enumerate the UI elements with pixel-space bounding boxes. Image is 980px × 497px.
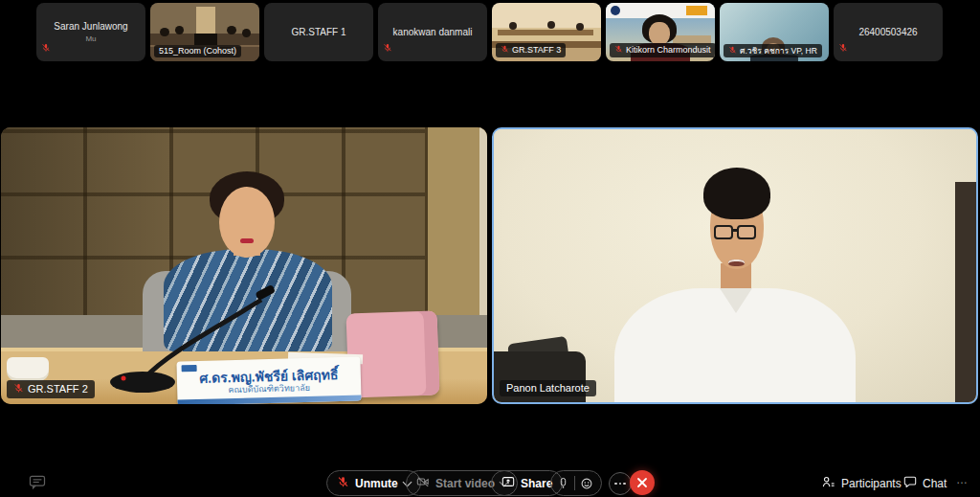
- leave-meeting-button[interactable]: [630, 470, 655, 495]
- decor: [728, 260, 745, 266]
- main-video-area: ศ.ดร.พญ.พัชรีย์ เลิศฤทธิ์ คณบดีบัณฑิตวิท…: [0, 127, 980, 404]
- caption-bubble-icon[interactable]: [29, 475, 46, 493]
- participant-name: 26400503426: [834, 3, 943, 61]
- chat-button[interactable]: Chat: [903, 470, 947, 496]
- decor: [611, 6, 620, 15]
- participant-thumbnail[interactable]: kanokwan danmali: [378, 3, 487, 61]
- meeting-toolbar: Unmute Start video Share Partici: [0, 467, 980, 497]
- participant-name-chip: GR.STAFF 2: [7, 380, 95, 398]
- teacup: [7, 357, 49, 378]
- participant-name-chip: GR.STAFF 3: [496, 43, 566, 57]
- participant-name-text: Panon Latcharote: [506, 383, 590, 394]
- participant-name-text: ศ.วชิร คชการ VP, HR: [740, 47, 817, 56]
- participants-icon: [821, 475, 835, 492]
- muted-mic-icon: [13, 383, 24, 395]
- person-man-hair: [703, 168, 770, 219]
- participants-label: Participants: [841, 477, 902, 490]
- more-button[interactable]: [609, 472, 632, 495]
- decor: [714, 225, 733, 239]
- decor: [619, 483, 622, 486]
- share-screen-icon: [501, 475, 515, 491]
- nameplate-logo: [182, 365, 197, 372]
- participant-name-chip: Kitikorn Charmondusit: [610, 43, 715, 57]
- muted-mic-icon: [728, 46, 737, 56]
- zoom-meeting-window: Saran Junlawong Mu 515_Room (Cohost): [0, 0, 980, 497]
- participant-thumbnail[interactable]: 26400503426: [834, 3, 943, 61]
- decor: [227, 26, 236, 34]
- person-woman-face: [219, 187, 275, 258]
- nameplate-title: คณบดีบัณฑิตวิทยาลัย: [228, 383, 310, 395]
- participant-thumbnail[interactable]: Kitikorn Charmondusit: [606, 3, 715, 61]
- share-label: Share: [521, 477, 552, 490]
- decor: [732, 229, 739, 232]
- decor: [240, 238, 254, 243]
- participant-subtitle: Mu: [85, 34, 96, 44]
- decor: [686, 6, 707, 15]
- reactions-button[interactable]: [575, 471, 598, 495]
- participant-name-chip: 515_Room (Cohost): [154, 45, 241, 57]
- participant-name-text: GR.STAFF 2: [28, 384, 88, 395]
- decor: [509, 22, 517, 30]
- door: [425, 127, 487, 321]
- decor: [547, 21, 555, 29]
- participant-thumbnail[interactable]: 515_Room (Cohost): [150, 3, 259, 61]
- muted-mic-icon: [337, 476, 349, 491]
- participant-name-text: 515_Room (Cohost): [159, 47, 236, 56]
- participant-name: GR.STAFF 1: [264, 3, 373, 61]
- record-reactions-group: [550, 470, 602, 496]
- muted-mic-icon: [501, 45, 509, 56]
- participant-name-chip: ศ.วชิร คชการ VP, HR: [724, 44, 822, 58]
- video-tile-panon[interactable]: Panon Latcharote: [492, 127, 978, 404]
- person-woman-top: [164, 249, 332, 351]
- chat-label: Chat: [923, 477, 947, 490]
- glasses: [714, 225, 760, 241]
- decor: [479, 127, 487, 321]
- decor: [623, 483, 626, 486]
- decor: [160, 28, 169, 36]
- more-right-ellipsis[interactable]: …: [956, 473, 969, 486]
- participant-thumbnail[interactable]: GR.STAFF 3: [492, 3, 601, 61]
- start-video-label: Start video: [435, 477, 495, 490]
- camera-off-icon: [416, 475, 430, 491]
- record-button[interactable]: [551, 471, 574, 495]
- participant-name: Saran Junlawong Mu: [36, 3, 145, 61]
- participant-name-text: 26400503426: [858, 27, 917, 38]
- cabinet: [955, 182, 976, 404]
- chat-bubble-icon: [903, 475, 917, 491]
- decor: [614, 483, 617, 486]
- filmstrip: Saran Junlawong Mu 515_Room (Cohost): [36, 3, 944, 61]
- decor: [175, 26, 184, 34]
- participant-name-text: kanokwan danmali: [393, 27, 473, 38]
- participant-name: kanokwan danmali: [378, 3, 487, 61]
- participant-thumbnail[interactable]: GR.STAFF 1: [264, 3, 373, 61]
- participants-button[interactable]: Participants: [821, 470, 902, 496]
- participant-thumbnail[interactable]: ศ.วชิร คชการ VP, HR: [720, 3, 829, 61]
- decor: [649, 22, 670, 45]
- muted-mic-icon: [838, 39, 848, 56]
- participant-thumbnail[interactable]: Saran Junlawong Mu: [36, 3, 145, 61]
- participant-name-chip: Panon Latcharote: [500, 380, 596, 396]
- decor: [576, 23, 584, 31]
- participant-name-text: Saran Junlawong: [54, 21, 127, 33]
- muted-mic-icon: [614, 45, 623, 56]
- unmute-label: Unmute: [355, 477, 398, 490]
- nameplate-name: ศ.ดร.พญ.พัชรีย์ เลิศฤทธิ์: [199, 367, 339, 386]
- close-x-icon: [636, 477, 648, 488]
- decor: [737, 225, 756, 239]
- muted-mic-icon: [41, 39, 51, 56]
- participant-name-text: Kitikorn Charmondusit: [626, 46, 711, 55]
- muted-mic-icon: [383, 39, 392, 56]
- decor: [242, 29, 251, 37]
- video-tile-grstaff2[interactable]: ศ.ดร.พญ.พัชรีย์ เลิศฤทธิ์ คณบดีบัณฑิตวิท…: [1, 127, 487, 404]
- participant-name-text: GR.STAFF 3: [512, 46, 561, 55]
- participant-name-text: GR.STAFF 1: [291, 27, 345, 38]
- desk-nameplate: ศ.ดร.พญ.พัชรีย์ เลิศฤทธิ์ คณบดีบัณฑิตวิท…: [176, 356, 361, 404]
